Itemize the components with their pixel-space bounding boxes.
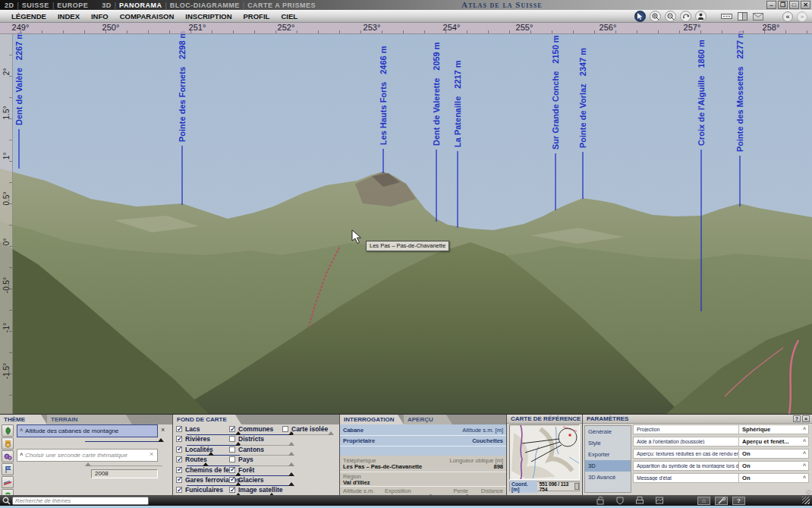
parameter-dropdown[interactable]: Sphérique^ — [738, 425, 808, 434]
menu-profil[interactable]: PROFIL — [244, 12, 270, 21]
tab-theme[interactable]: THÈME — [0, 415, 47, 424]
checkbox-checked-icon[interactable] — [176, 446, 182, 453]
home-button[interactable]: ⌂ — [697, 497, 710, 505]
checkbox-checked-icon[interactable] — [176, 477, 182, 483]
menu-comparaison[interactable]: COMPARAISON — [120, 12, 175, 21]
remove-theme-button[interactable]: × — [161, 427, 165, 434]
observer-position-button[interactable] — [695, 11, 707, 22]
mail-button[interactable] — [752, 12, 764, 21]
panorama-viewport[interactable]: Dent de Valère2267 m Pointe des Fornets2… — [0, 23, 812, 414]
sidebar-item-3d-avance[interactable]: 3D Avancé — [585, 472, 631, 483]
parameter-dropdown[interactable]: On^ — [738, 474, 808, 482]
parameter-dropdown[interactable]: On^ — [738, 450, 808, 458]
parameter-dropdown[interactable]: On^ — [738, 462, 808, 470]
checkbox-checked-icon[interactable] — [229, 426, 235, 432]
economy-theme-icon[interactable] — [2, 450, 14, 462]
close-button[interactable]: ✕ — [801, 1, 810, 9]
checkbox-checked-icon[interactable] — [176, 436, 182, 442]
menu-info[interactable]: INFO — [91, 12, 109, 21]
tab-interrogation[interactable]: INTERROGATION — [340, 415, 404, 424]
forward-button[interactable]: » — [797, 11, 807, 22]
checkbox-unchecked-icon[interactable] — [229, 456, 235, 462]
reference-map[interactable] — [509, 424, 580, 480]
parameter-dropdown[interactable]: Aperçu et fenêt...^ — [738, 437, 808, 446]
reference-map-title: CARTE DE RÉFÉRENCE — [507, 415, 582, 424]
globe-icon[interactable] — [655, 496, 664, 505]
remove-secondary-theme-button[interactable]: × — [149, 451, 153, 458]
tab-terrain[interactable]: TERRAIN — [47, 415, 132, 424]
help-button[interactable]: ? — [793, 415, 801, 422]
restore-button[interactable]: ❐ — [778, 1, 788, 9]
sidebar-item-exporter[interactable]: Exporter — [585, 449, 631, 460]
rotate-view-button[interactable] — [680, 11, 691, 22]
menu-index[interactable]: INDEX — [58, 12, 80, 21]
layer-item[interactable]: Carte isolée — [282, 425, 335, 435]
checkbox-checked-icon[interactable] — [229, 467, 235, 473]
zoom-in-button[interactable] — [650, 11, 661, 22]
menu-carte-a-prismes[interactable]: CARTE A PRISMES — [247, 2, 316, 9]
menu-3d[interactable]: 3D — [102, 2, 112, 9]
checkbox-unchecked-icon[interactable] — [282, 426, 288, 432]
nature-theme-icon[interactable] — [2, 424, 14, 437]
menu-panorama[interactable]: PANORAMA — [119, 2, 162, 9]
layer-item[interactable]: Communes — [229, 425, 282, 435]
checkbox-checked-icon[interactable] — [229, 487, 235, 493]
menu-2d[interactable]: 2D — [5, 2, 14, 9]
secondary-transparency-slider[interactable] — [85, 462, 162, 466]
printer-icon[interactable] — [635, 496, 644, 505]
theme-search-input[interactable] — [12, 497, 149, 505]
checkbox-checked-icon[interactable] — [176, 467, 182, 473]
coord-format-button[interactable] — [574, 483, 579, 490]
primary-theme-select[interactable]: ^ Altitude des cabanes de montagne — [17, 424, 158, 437]
checkbox-checked-icon[interactable] — [176, 426, 182, 432]
layer-item[interactable]: Gares ferroviaires — [176, 476, 229, 486]
layer-item[interactable]: Districts — [229, 435, 282, 445]
checkbox-unchecked-icon[interactable] — [229, 436, 235, 442]
checkbox-checked-icon[interactable] — [229, 477, 235, 483]
menu-suisse[interactable]: SUISSE — [22, 2, 49, 9]
sidebar-item-generale[interactable]: Générale — [585, 426, 631, 437]
back-button[interactable]: « — [782, 11, 793, 22]
zoom-out-button[interactable] — [665, 11, 676, 22]
badge-icon[interactable] — [615, 496, 625, 505]
minimize-button[interactable]: – — [766, 1, 776, 9]
layer-item[interactable]: Glaciers — [229, 476, 282, 486]
layer-item[interactable]: Cantons — [229, 446, 282, 456]
transport-theme-icon[interactable] — [2, 476, 14, 488]
maximize-button[interactable]: □ — [789, 1, 799, 9]
close-panel-button[interactable]: × — [802, 415, 810, 422]
theme-transparency-slider[interactable] — [85, 437, 162, 442]
menu-ciel[interactable]: CIEL — [281, 12, 297, 21]
state-theme-icon[interactable] — [2, 463, 14, 475]
menu-legende[interactable]: LÉGENDE — [11, 12, 46, 21]
help-status-button[interactable]: ? — [732, 497, 745, 505]
menu-europe[interactable]: EUROPE — [57, 2, 88, 9]
population-theme-icon[interactable] — [2, 437, 14, 450]
layer-item[interactable]: Pays — [229, 456, 282, 465]
menu-bloc-diagramme[interactable]: BLOC-DIAGRAMME — [170, 2, 240, 9]
panel-resize-grip[interactable] — [806, 490, 811, 495]
layer-opacity-slider[interactable] — [293, 431, 332, 435]
checkbox-checked-icon[interactable] — [176, 487, 182, 493]
layer-item[interactable]: Forêt — [229, 466, 282, 476]
layer-item[interactable]: Routes — [176, 456, 229, 465]
pan-tool-button[interactable] — [634, 11, 646, 22]
layer-item[interactable]: Chemins de fer — [176, 466, 229, 476]
sidebar-item-style[interactable]: Style — [585, 437, 631, 449]
lock-icon[interactable] — [596, 496, 605, 505]
secondary-theme-select[interactable]: ^ Choisir une seconde carte thématique — [17, 449, 158, 462]
menu-inscription[interactable]: INSCRIPTION — [185, 12, 231, 21]
layer-item[interactable]: Localités — [176, 446, 229, 456]
checkbox-checked-icon[interactable] — [176, 456, 182, 462]
year-field[interactable]: 2008 — [91, 469, 158, 478]
layer-item[interactable]: Lacs — [176, 425, 229, 435]
sidebar-item-3d[interactable]: 3D — [585, 460, 631, 472]
window-resize-grip[interactable] — [802, 497, 810, 504]
checkbox-unchecked-icon[interactable] — [229, 446, 235, 453]
layer-item[interactable]: Rivières — [176, 435, 229, 445]
layout-button[interactable] — [736, 12, 748, 21]
measure-button[interactable] — [720, 12, 732, 21]
tools-button[interactable] — [715, 497, 728, 505]
svg-text:Pointe de Vorlaz2347 m: Pointe de Vorlaz2347 m — [578, 48, 587, 148]
tab-apercu[interactable]: APERÇU — [404, 415, 452, 424]
